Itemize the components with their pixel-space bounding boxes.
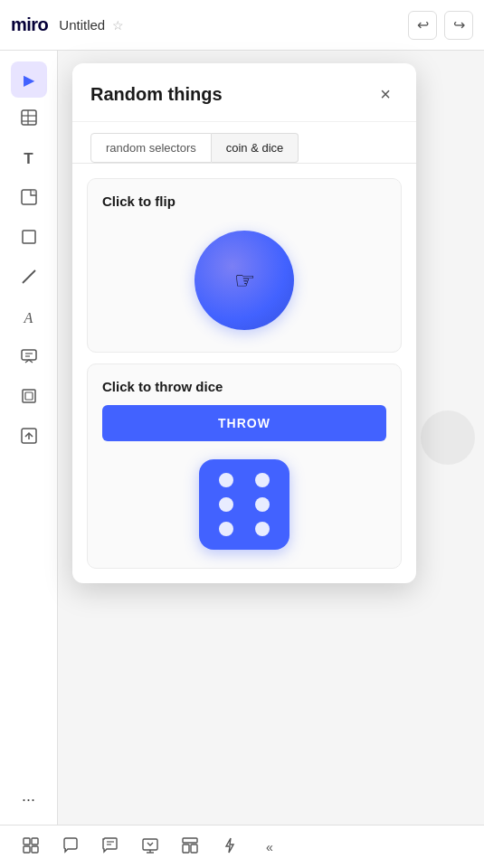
dice-card-label: Click to throw dice [102, 379, 386, 394]
canvas-ghost-shape [421, 410, 475, 465]
collapse-button[interactable]: « [253, 831, 286, 863]
tab-coin-dice[interactable]: coin & dice [212, 133, 299, 163]
svg-rect-10 [23, 390, 35, 402]
coin-card: Click to flip ☞ [87, 178, 402, 353]
tab-random-selectors[interactable]: random selectors [90, 133, 212, 163]
undo-icon: ↩ [417, 16, 429, 33]
svg-rect-14 [24, 838, 30, 844]
dialog-body: Click to flip ☞ Click to throw dice THRO… [72, 164, 416, 583]
pointer-cursor-icon: ☞ [234, 267, 255, 295]
upload-tool[interactable] [11, 420, 47, 456]
svg-line-6 [23, 270, 35, 283]
frame-icon [20, 387, 38, 410]
table-tool[interactable] [11, 101, 47, 137]
redo-icon: ↪ [453, 16, 465, 33]
svg-rect-17 [32, 846, 38, 853]
arrow-tool[interactable]: A [11, 300, 47, 336]
coin-container: ☞ [102, 220, 386, 337]
sticky-tool[interactable] [11, 181, 47, 217]
dialog-title: Random things [90, 84, 223, 105]
dialog-header: Random things × [72, 63, 416, 122]
layout-button[interactable] [174, 831, 206, 863]
grid-icon [23, 837, 39, 857]
undo-button[interactable]: ↩ [408, 11, 437, 40]
shape-tool[interactable] [11, 221, 47, 257]
sticky-icon [20, 188, 38, 211]
upload-icon [20, 427, 38, 449]
svg-rect-23 [183, 838, 197, 843]
svg-rect-20 [143, 839, 157, 850]
redo-button[interactable]: ↪ [444, 11, 473, 40]
lightning-icon [222, 837, 238, 857]
bottom-toolbar: « [0, 825, 484, 868]
table-icon [20, 108, 38, 131]
more-icon: ... [22, 787, 35, 806]
svg-rect-16 [24, 846, 30, 853]
dice-dot-4 [255, 497, 270, 512]
svg-rect-15 [32, 838, 38, 844]
grid-button[interactable] [14, 831, 47, 863]
frame-tool[interactable] [11, 380, 47, 416]
comment-bubble-button[interactable] [54, 831, 87, 863]
svg-rect-7 [22, 350, 36, 360]
chat-button[interactable] [94, 831, 127, 863]
miro-logo: miro [11, 14, 48, 35]
comment-icon [20, 347, 38, 370]
dice-dot-5 [219, 522, 233, 536]
cursor-tool[interactable]: ▶ [11, 61, 47, 98]
dialog-close-button[interactable]: × [373, 81, 398, 107]
document-title[interactable]: Untitled [59, 17, 105, 33]
text-tool[interactable]: T [11, 141, 47, 177]
lightning-button[interactable] [214, 831, 246, 863]
text-icon: T [24, 150, 33, 168]
svg-rect-25 [191, 844, 197, 853]
collapse-icon: « [266, 840, 273, 854]
arrow-icon: A [24, 310, 33, 326]
star-icon[interactable]: ☆ [112, 18, 124, 33]
topbar: miro Untitled ☆ ↩ ↪ [0, 0, 484, 51]
more-tools-button[interactable]: ... [11, 778, 47, 814]
throw-dice-button[interactable]: THROW [102, 405, 386, 441]
dice-container [102, 448, 386, 553]
dice-display[interactable] [199, 459, 289, 550]
chat-icon [102, 837, 119, 857]
flip-coin-button[interactable]: ☞ [195, 231, 294, 330]
svg-rect-0 [22, 110, 36, 125]
dice-dot-2 [255, 473, 270, 487]
dialog-tabs: random selectors coin & dice [72, 122, 416, 164]
dice-dot-3 [219, 497, 233, 512]
left-toolbar: ▶ T [0, 51, 58, 825]
present-icon [142, 837, 158, 857]
dice-dot-6 [255, 522, 270, 536]
comment-bubble-icon [62, 837, 79, 857]
present-button[interactable] [134, 831, 166, 863]
dice-card: Click to throw dice THROW [87, 363, 402, 569]
line-tool[interactable] [11, 260, 47, 297]
line-icon [20, 268, 38, 290]
random-things-dialog: Random things × random selectors coin & … [72, 63, 416, 583]
dice-dot-1 [219, 473, 233, 487]
coin-card-label: Click to flip [102, 193, 386, 209]
svg-rect-5 [23, 231, 35, 243]
svg-rect-24 [183, 844, 189, 853]
shape-icon [20, 228, 38, 250]
cursor-icon: ▶ [24, 71, 34, 89]
comment-tool[interactable] [11, 340, 47, 376]
layout-icon [182, 837, 198, 857]
svg-rect-11 [25, 392, 33, 400]
